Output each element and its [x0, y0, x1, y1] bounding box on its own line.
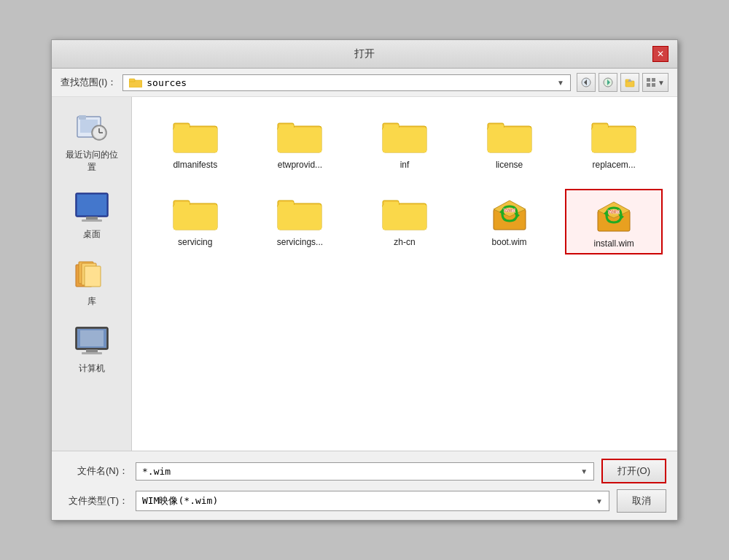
sidebar-item-computer[interactable]: 计算机 — [59, 322, 125, 378]
svg-rect-23 — [82, 219, 102, 222]
up-button[interactable] — [620, 73, 639, 92]
svg-rect-22 — [86, 217, 98, 219]
close-button[interactable]: ✕ — [652, 46, 668, 62]
open-button[interactable]: 打开(O) — [601, 459, 666, 483]
svg-rect-35 — [174, 128, 217, 152]
toolbar: 查找范围(I)： sources ▼ — [52, 69, 677, 97]
svg-rect-12 — [652, 83, 655, 87]
svg-rect-60 — [279, 202, 294, 206]
folder-icon-etwprovid — [276, 116, 323, 155]
svg-rect-59 — [278, 205, 321, 230]
recent-icon — [74, 111, 109, 146]
sidebar-item-recent[interactable]: 最近访问的位置 — [59, 108, 125, 176]
cancel-button[interactable]: 取消 — [617, 489, 666, 513]
svg-rect-55 — [174, 205, 217, 230]
filetype-row: 文件类型(T)： WIM映像(*.wim) ▼ 取消 — [63, 489, 666, 513]
wim-icon-install: WIM — [590, 195, 637, 234]
folder-icon-replacem — [590, 116, 637, 155]
file-item-servicing[interactable]: servicing — [147, 189, 244, 254]
file-label-servicing: servicing — [178, 237, 212, 247]
sidebar-item-desktop[interactable]: 桌面 — [59, 187, 125, 244]
svg-rect-21 — [77, 195, 106, 215]
svg-rect-52 — [593, 125, 608, 129]
title-bar: 打开 ✕ — [52, 40, 677, 69]
bottom-bar: 文件名(N)： *.wim ▼ 打开(O) 文件类型(T)： WIM映像(*.w… — [52, 451, 677, 520]
location-arrow[interactable]: ▼ — [557, 79, 564, 87]
filename-arrow[interactable]: ▼ — [580, 467, 588, 475]
svg-rect-43 — [383, 128, 426, 152]
svg-rect-51 — [592, 128, 636, 152]
file-label-inf: inf — [400, 160, 410, 170]
library-icon — [74, 257, 109, 292]
svg-rect-27 — [85, 266, 101, 287]
desktop-icon — [74, 190, 109, 225]
file-label-zh-cn: zh-cn — [394, 237, 415, 247]
sidebar-recent-label: 最近访问的位置 — [62, 149, 122, 174]
folder-icon-license — [486, 116, 533, 155]
folder-small-icon — [129, 77, 142, 88]
nav-buttons: ▼ — [577, 73, 668, 92]
svg-rect-64 — [384, 202, 399, 206]
dialog-title: 打开 — [77, 47, 652, 61]
filetype-value: WIM映像(*.wim) — [142, 494, 591, 508]
svg-rect-40 — [279, 125, 294, 129]
computer-icon — [74, 324, 109, 359]
svg-rect-31 — [82, 352, 102, 354]
svg-rect-11 — [647, 83, 650, 87]
file-label-boot-wim: boot.wim — [492, 237, 527, 247]
svg-rect-36 — [175, 125, 190, 129]
forward-button[interactable] — [599, 73, 617, 92]
file-item-servicings[interactable]: servicings... — [252, 189, 349, 254]
file-area: dlmanifests etwprovid... inf — [132, 97, 677, 451]
up-folder-icon — [625, 77, 635, 88]
file-label-servicings: servicings... — [277, 237, 323, 247]
forward-icon — [603, 77, 613, 88]
svg-text:WIM: WIM — [503, 207, 515, 214]
file-item-inf[interactable]: inf — [356, 112, 453, 174]
folder-icon-zh-cn — [381, 193, 428, 233]
file-label-dlmanifests: dlmanifests — [173, 160, 217, 170]
folder-icon-servicing — [172, 193, 219, 233]
file-item-install-wim[interactable]: WIM install.wim — [565, 189, 663, 254]
file-item-boot-wim[interactable]: WIM boot.wim — [461, 189, 558, 254]
file-item-zh-cn[interactable]: zh-cn — [356, 189, 453, 254]
file-item-dlmanifests[interactable]: dlmanifests — [147, 112, 244, 174]
svg-rect-10 — [652, 78, 655, 82]
sidebar-desktop-label: 桌面 — [83, 228, 101, 241]
view-dropdown-arrow[interactable]: ▼ — [658, 79, 665, 87]
filetype-arrow[interactable]: ▼ — [596, 497, 603, 505]
file-label-license: license — [496, 160, 523, 170]
svg-rect-9 — [647, 78, 650, 82]
file-label-etwprovid: etwprovid... — [278, 160, 322, 170]
open-dialog: 打开 ✕ 查找范围(I)： sources ▼ — [51, 39, 678, 521]
svg-rect-47 — [488, 128, 531, 152]
location-combo[interactable]: sources ▼ — [122, 74, 571, 91]
sidebar-item-library[interactable]: 库 — [59, 254, 125, 311]
back-icon — [581, 77, 591, 88]
file-item-license[interactable]: license — [461, 112, 558, 174]
folder-icon-servicings — [276, 193, 323, 233]
svg-rect-30 — [86, 349, 98, 352]
file-item-replacem[interactable]: replacem... — [565, 112, 663, 174]
folder-icon-dlmanifests — [172, 116, 219, 155]
svg-rect-32 — [80, 330, 104, 346]
filetype-label: 文件类型(T)： — [63, 494, 128, 508]
svg-rect-48 — [489, 125, 504, 129]
main-content: 最近访问的位置 桌面 库 — [52, 97, 677, 451]
wim-icon-boot: WIM — [486, 193, 533, 233]
filename-row: 文件名(N)： *.wim ▼ 打开(O) — [63, 459, 666, 483]
view-button[interactable]: ▼ — [642, 73, 668, 92]
file-label-install-wim: install.wim — [594, 238, 634, 249]
file-label-replacem: replacem... — [593, 160, 636, 170]
filetype-input[interactable]: WIM映像(*.wim) ▼ — [136, 491, 609, 511]
sidebar-library-label: 库 — [87, 295, 96, 308]
location-label: 查找范围(I)： — [61, 76, 117, 89]
file-item-etwprovid[interactable]: etwprovid... — [252, 112, 349, 174]
folder-icon-inf — [381, 116, 428, 155]
svg-rect-1 — [129, 79, 135, 82]
back-button[interactable] — [577, 73, 596, 92]
filename-input[interactable]: *.wim ▼ — [136, 462, 594, 481]
sidebar: 最近访问的位置 桌面 库 — [52, 97, 132, 451]
filename-value: *.wim — [142, 466, 576, 477]
svg-rect-15 — [79, 115, 86, 120]
